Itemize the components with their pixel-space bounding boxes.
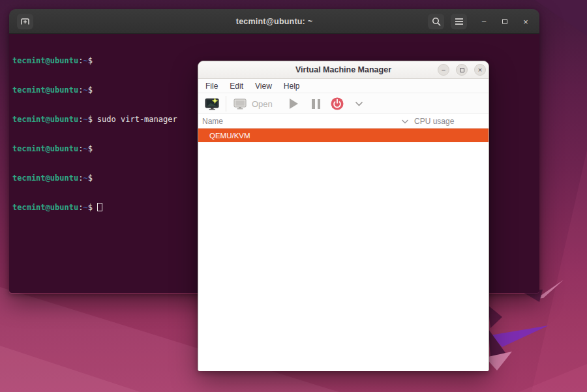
connection-name: QEMU/KVM <box>209 132 250 140</box>
prompt-user: tecmint@ubuntu <box>12 203 78 212</box>
vm-connection-row[interactable]: QEMU/KVM <box>198 128 489 142</box>
terminal-maximize-button[interactable] <box>498 16 511 27</box>
menu-edit[interactable]: Edit <box>224 82 249 91</box>
column-name[interactable]: Name <box>202 117 223 126</box>
toolbar-separator <box>226 96 226 112</box>
new-vm-icon <box>205 97 220 111</box>
prompt-user: tecmint@ubuntu <box>12 85 78 95</box>
menu-file[interactable]: File <box>200 82 224 91</box>
command-text: sudo virt-manager <box>97 115 177 124</box>
open-button-label: Open <box>252 99 273 109</box>
new-vm-button[interactable] <box>205 93 220 114</box>
terminal-cursor <box>97 203 102 211</box>
terminal-minimize-button[interactable]: − <box>477 16 490 27</box>
vmm-toolbar: Open <box>198 93 489 114</box>
column-cpu-usage[interactable]: CPU usage <box>414 117 454 126</box>
minimize-icon: − <box>442 67 445 74</box>
desktop: tecmint@ubuntu: ~ − <box>0 0 587 392</box>
prompt-user: tecmint@ubuntu <box>12 173 78 183</box>
close-icon: × <box>478 67 482 74</box>
terminal-close-button[interactable]: × <box>519 16 532 27</box>
maximize-icon <box>502 19 507 24</box>
terminal-search-button[interactable] <box>428 14 444 29</box>
vmm-minimize-button[interactable]: − <box>438 64 449 76</box>
maximize-icon <box>460 68 464 72</box>
power-icon <box>331 97 344 110</box>
pause-vm-button[interactable] <box>312 93 320 114</box>
terminal-titlebar[interactable]: tecmint@ubuntu: ~ − <box>9 9 539 34</box>
vmm-close-button[interactable]: × <box>474 64 486 76</box>
hamburger-icon <box>455 18 464 25</box>
shutdown-vm-button[interactable] <box>331 93 344 114</box>
minimize-icon: − <box>481 17 487 27</box>
open-button[interactable]: Open <box>233 93 273 114</box>
vmm-menubar: File Edit View Help <box>198 79 489 93</box>
play-icon <box>290 98 298 109</box>
run-vm-button[interactable] <box>290 93 298 114</box>
search-icon <box>431 16 442 27</box>
vm-list-empty-area[interactable] <box>198 142 489 371</box>
terminal-menu-button[interactable] <box>451 14 467 29</box>
vmm-titlebar[interactable]: Virtual Machine Manager − × <box>198 61 489 79</box>
menu-view[interactable]: View <box>249 82 278 91</box>
monitor-icon <box>233 98 247 110</box>
sort-chevron-icon[interactable] <box>401 119 409 125</box>
vmm-window: Virtual Machine Manager − × File Edit Vi… <box>198 61 489 371</box>
vm-list-header[interactable]: Name CPU usage <box>198 114 489 128</box>
menu-help[interactable]: Help <box>278 82 306 91</box>
prompt-user: tecmint@ubuntu <box>12 144 78 153</box>
shutdown-menu-button[interactable] <box>355 93 363 114</box>
vmm-maximize-button[interactable] <box>456 64 468 76</box>
pause-icon <box>312 99 320 109</box>
prompt-user: tecmint@ubuntu <box>12 115 78 124</box>
prompt-user: tecmint@ubuntu <box>12 56 78 65</box>
chevron-down-icon <box>355 100 363 107</box>
close-icon: × <box>523 17 528 27</box>
